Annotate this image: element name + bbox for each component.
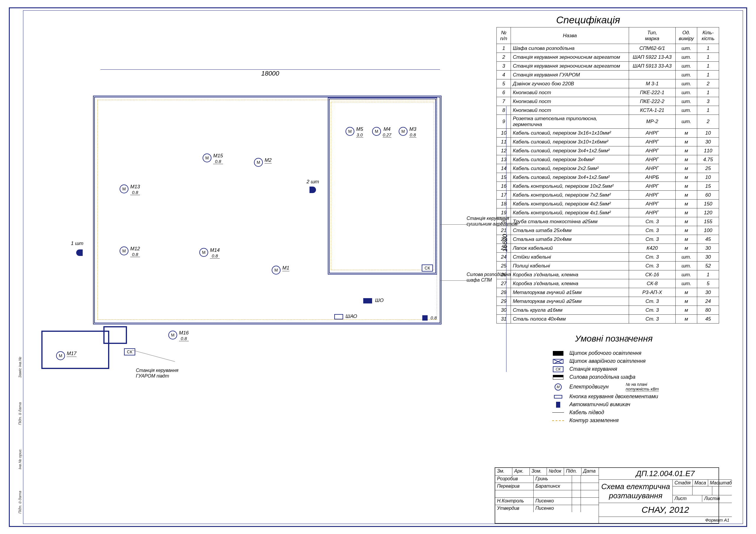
motor-label: M1 — [282, 265, 289, 271]
bell-icon — [310, 187, 316, 193]
side-tab: Інв.№ ориг. — [18, 448, 22, 469]
table-row: 24Стійки кабельніСт. 3шт.30 — [497, 253, 719, 261]
leader-line — [440, 280, 468, 281]
drawing-area: 18000 16620 1 шт 2 шт M53.0M40.27M30.8M1… — [27, 83, 493, 461]
table-row: 18Кабель контрольний, перерізом 4x2.5мм²… — [497, 200, 719, 208]
col-unit: Од. виміру — [675, 27, 697, 44]
side-tab: Підп. й дата — [18, 402, 22, 425]
vestibule — [103, 326, 127, 344]
motor-label: M130.8 — [130, 184, 140, 195]
motor-symbol — [399, 127, 408, 136]
legend: Щиток робочого освітленняЩиток аварійног… — [552, 348, 717, 425]
table-row: 30Сталь кругла ⌀16ммСт. 3м80 — [497, 306, 719, 315]
table-row: 8Кнопковий постКСТА-1-21шт.1 — [497, 106, 719, 115]
table-row: 1Шафа силова розподільнаСПМ62-6/1шт.1 — [497, 44, 719, 53]
motor-label: M150.8 — [213, 153, 223, 164]
side-tab: Підп. й дата — [18, 491, 22, 514]
table-row: 28Металорукав гнучкий ⌀15ммР3-АП-Хм30 — [497, 288, 719, 297]
table-row: 20Труба стальна тонкостінна ⌀25ммСт. 3м1… — [497, 217, 719, 226]
table-row: 3Станція керування зерноочисним агрегато… — [497, 62, 719, 70]
motor-label: M40.27 — [383, 126, 391, 138]
legend-row: Щиток аварійного освітлення — [552, 358, 717, 364]
col-type: Тип, марка — [629, 27, 676, 44]
motor-symbol — [120, 247, 128, 255]
table-row: 12Кабель силовий, перерізом 3x4+1x2.5мм²… — [497, 147, 719, 155]
motor-symbol — [254, 158, 263, 167]
legend-row: Контур заземлення — [552, 417, 717, 424]
motor-symbol — [56, 351, 65, 360]
table-row: 19Кабель контрольний, перерізом 4x1.5мм²… — [497, 208, 719, 217]
leader-line — [132, 350, 175, 362]
motor-symbol — [345, 127, 354, 136]
side-tab: Заміс інв.№ — [18, 357, 22, 378]
sk-box: СК — [124, 348, 135, 356]
table-row: 14Кабель силовий, перерізом 2x2.5мм²АНРГ… — [497, 164, 719, 173]
inner-room — [328, 97, 437, 275]
table-row: 10Кабель силовий, перерізом 3x16+1x10мм²… — [497, 129, 719, 138]
note-guarom: Станція керування ГУАРОМ півдт — [136, 367, 178, 379]
table-row: 22Стальна штаба 20х4ммСт. 3м45 — [497, 235, 719, 244]
legend-row: Силова розподільна шафа — [552, 374, 717, 380]
motor-symbol — [202, 153, 211, 162]
col-n: № п/п — [497, 27, 511, 44]
table-row: 17Кабель контрольний, перерізом 7x2.5мм²… — [497, 191, 719, 200]
col-name: Назва — [511, 27, 629, 44]
table-row: 11Кабель силовий, перерізом 3x10+1x6мм²А… — [497, 138, 719, 147]
table-row: 15Кабель силовий, перерізом 3x4+1x2.5мм²… — [497, 173, 719, 182]
format-label: Формат А1 — [599, 517, 732, 523]
shao-label: ШАО — [345, 313, 357, 319]
doc-title: Схема електрична розташування — [599, 480, 673, 503]
table-row: 6Кнопковий постПКЕ-222-1шт.1 — [497, 88, 719, 97]
spec-title: Специфікація — [556, 14, 620, 26]
table-row: 16Кабель контрольний, перерізом 10x2.5мм… — [497, 182, 719, 191]
motor-symbol — [199, 248, 208, 257]
motor-symbol — [272, 266, 281, 275]
motor-label: M53.0 — [356, 126, 363, 138]
doc-number: ДП.12.004.01.Е7 — [599, 468, 732, 480]
table-row: 9Розетка штепсельна триполюсна, герметич… — [497, 115, 719, 129]
dimension-width: 18000 — [100, 69, 440, 77]
table-row: 13Кабель силовий, перерізом 3x4мм²АНРГм4… — [497, 155, 719, 164]
motor-label: M17 — [67, 351, 76, 357]
legend-row: MЕлектродвигун№ на плані потужність кВт — [552, 382, 717, 392]
annex-room — [41, 331, 109, 369]
legend-row: Автоматичний вимикач — [552, 401, 717, 408]
table-row: 23Лапок кабельнийК420м30 — [497, 244, 719, 253]
spec-table: № п/п Назва Тип, марка Од. виміру Кіль- … — [497, 27, 719, 324]
sho-label: ШО — [375, 298, 384, 304]
pwr-label: 0.8 — [431, 315, 437, 320]
table-row: 2Станція керування зерноочисним агрегато… — [497, 53, 719, 62]
legend-row: Кнопка керування двохелементами — [552, 393, 717, 400]
table-row: 26Коробка з'єднальна, клемнаСК-16шт.1 — [497, 270, 719, 279]
org-name: СНАУ, 2012 — [599, 503, 732, 517]
bell-icon — [76, 250, 83, 256]
legend-row: Кабель підвод — [552, 410, 717, 415]
motor-symbol — [372, 127, 381, 136]
shao-panel — [334, 314, 343, 319]
table-row: 21Стальна штаба 25х4ммСт. 3м100 — [497, 226, 719, 235]
motor-label: M140.8 — [210, 247, 220, 258]
table-row: 29Металорукав гнучкий ⌀25ммСт. 3м24 — [497, 297, 719, 306]
table-row: 31Сталь полоса 40х4ммСт. 3м45 — [497, 315, 719, 324]
legend-row: СКСтанція керування — [552, 366, 717, 372]
motor-symbol — [120, 184, 128, 193]
bell-label: 2 шт — [307, 179, 319, 185]
table-row: 27Коробка з'єднальна, клемнаСК-8шт.5 — [497, 279, 719, 288]
table-row: 7Кнопковий постПКЕ-222-2шт.3 — [497, 97, 719, 106]
motor-symbol — [168, 331, 177, 339]
col-qty: Кіль- кість — [697, 27, 719, 44]
title-block: Зм.Арк.Зом.№докПідп.Дата РозробивГриньПе… — [495, 467, 719, 524]
legend-row: Щиток робочого освітлення — [552, 350, 717, 356]
table-row: 5Дзвінок гучного бою 220ВМ 3-1шт.2 — [497, 79, 719, 88]
motor-label: M120.8 — [130, 246, 140, 257]
floor-plan: 1 шт 2 шт M53.0M40.27M30.8M150.8M2M130.8… — [27, 92, 487, 416]
bell-label: 1 шт — [71, 241, 83, 247]
legend-title: Умовні позначення — [575, 334, 653, 344]
power-cabinet — [422, 315, 428, 321]
sk-box: СК — [422, 264, 433, 272]
leader-line — [440, 224, 468, 225]
motor-label: M2 — [265, 157, 272, 164]
motor-label: M30.8 — [409, 126, 417, 138]
table-row: 25Полиці кабельніСт. 3шт.52 — [497, 261, 719, 270]
table-row: 4Станція керування ГУАРОМшт.1 — [497, 70, 719, 79]
